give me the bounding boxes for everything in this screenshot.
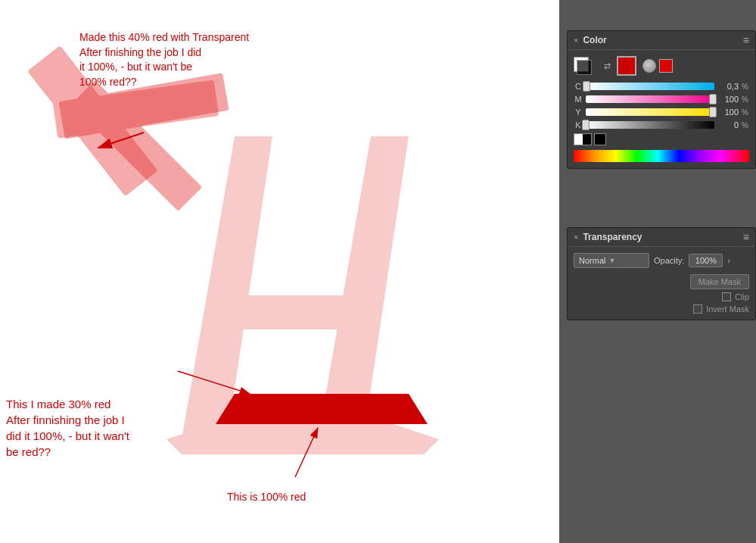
- mask-buttons: Make Mask Clip Invert Mask: [574, 274, 749, 314]
- color-panel-header: × Color ≡: [568, 31, 755, 50]
- c-percent: %: [742, 83, 749, 91]
- top-annotation: Made this 40% red with Transparent After…: [79, 30, 249, 89]
- y-value[interactable]: 100: [717, 108, 739, 117]
- blend-mode-arrow: ▼: [608, 257, 615, 264]
- black-swatch[interactable]: [594, 133, 606, 145]
- opacity-input[interactable]: 100%: [689, 254, 723, 267]
- bottom-center-label: This is 100% red: [227, 490, 306, 505]
- make-mask-button[interactable]: Make Mask: [690, 274, 749, 289]
- color-panel-body: ⇄ C 0,3 % M: [568, 50, 755, 168]
- none-swatch[interactable]: [574, 133, 592, 145]
- y-label: Y: [574, 108, 583, 117]
- c-slider[interactable]: [586, 83, 714, 90]
- y-slider[interactable]: [586, 108, 714, 116]
- clip-row: Clip: [722, 292, 749, 301]
- clip-checkbox[interactable]: [722, 292, 731, 301]
- swap-colors-icon[interactable]: ⇄: [604, 61, 611, 71]
- transparency-panel-header: × Transparency ≡: [568, 228, 755, 247]
- right-panel: × Color ≡ ⇄ C: [559, 0, 756, 543]
- y-percent: %: [742, 108, 749, 117]
- transparency-panel-close[interactable]: ×: [574, 232, 578, 242]
- canvas: Made this 40% red with Transparent After…: [0, 0, 559, 543]
- blend-mode-select[interactable]: Normal ▼: [574, 253, 649, 268]
- invert-mask-row: Invert Mask: [693, 304, 749, 314]
- m-slider[interactable]: [586, 95, 714, 103]
- transparency-panel-menu[interactable]: ≡: [743, 231, 749, 243]
- blend-opacity-row: Normal ▼ Opacity: 100% ›: [574, 253, 749, 268]
- transparency-panel-title: Transparency: [583, 232, 642, 242]
- c-label: C: [574, 82, 583, 91]
- opacity-expand-arrow[interactable]: ›: [727, 256, 730, 265]
- color-sample-swatch[interactable]: [659, 59, 673, 73]
- invert-mask-checkbox[interactable]: [693, 304, 702, 314]
- k-slider[interactable]: [586, 121, 714, 129]
- c-value[interactable]: 0,3: [717, 82, 739, 91]
- c-slider-row: C 0,3 %: [574, 82, 749, 91]
- opacity-label: Opacity:: [654, 256, 684, 265]
- mini-swatch-row: [574, 133, 749, 145]
- svg-marker-8: [216, 394, 428, 424]
- m-label: M: [574, 95, 583, 104]
- color-panel-menu[interactable]: ≡: [743, 34, 749, 46]
- color-mode-toggle[interactable]: [574, 57, 601, 75]
- transparency-body: Normal ▼ Opacity: 100% › Make Mask Clip …: [568, 247, 755, 320]
- color-panel: × Color ≡ ⇄ C: [567, 30, 756, 169]
- foreground-swatch[interactable]: [617, 56, 636, 76]
- k-percent: %: [742, 121, 749, 130]
- transparency-panel: × Transparency ≡ Normal ▼ Opacity: 100% …: [567, 227, 756, 320]
- bottom-left-annotation: This I made 30% red After finnishing the…: [6, 396, 129, 460]
- m-value[interactable]: 100: [717, 95, 739, 104]
- m-slider-row: M 100 %: [574, 95, 749, 104]
- k-slider-row: K 0 %: [574, 120, 749, 130]
- color-panel-title: Color: [583, 35, 606, 45]
- svg-rect-4: [219, 295, 378, 329]
- invert-mask-label: Invert Mask: [706, 304, 749, 314]
- m-percent: %: [742, 95, 749, 104]
- color-library-icon[interactable]: [642, 59, 656, 73]
- y-slider-row: Y 100 %: [574, 108, 749, 117]
- spectrum-bar[interactable]: [574, 150, 749, 162]
- color-panel-close[interactable]: ×: [574, 36, 578, 45]
- swatch-row: ⇄: [574, 56, 749, 76]
- clip-label: Clip: [735, 292, 749, 301]
- k-value[interactable]: 0: [717, 120, 739, 130]
